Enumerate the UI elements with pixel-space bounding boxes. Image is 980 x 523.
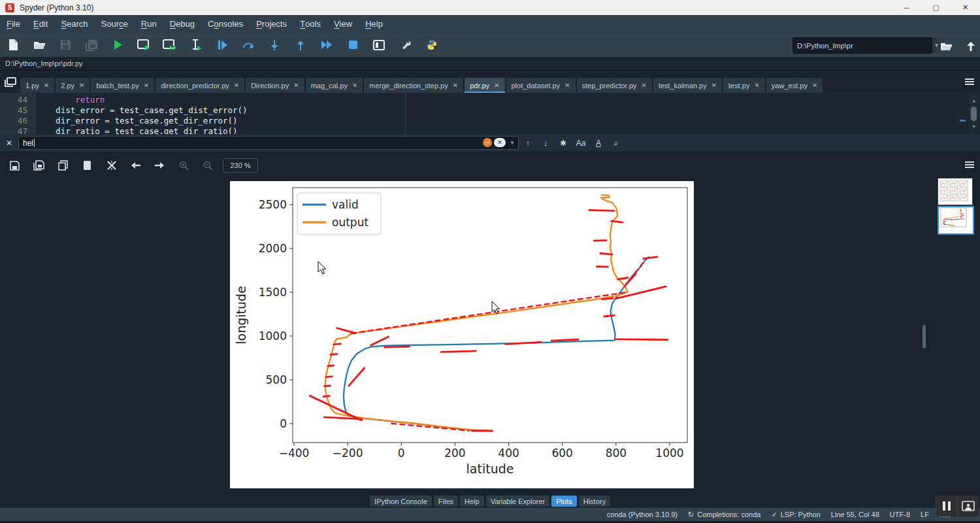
editor-tab-merge_direction_step.py[interactable]: merge_direction_step.py✕ [364,78,463,93]
plot-thumbnail-current[interactable] [938,206,974,235]
menu-item-search[interactable]: Search [54,15,94,33]
debug-continue-button[interactable] [314,35,340,55]
maximize-button[interactable]: ▢ [921,0,951,15]
copy-plot-button[interactable] [51,157,75,174]
zoom-in-button[interactable] [172,157,196,174]
whole-words-icon[interactable]: A [590,139,607,148]
menu-item-file[interactable]: File [0,15,27,33]
highlight-matches-icon[interactable]: ✱ [555,139,572,148]
zoom-level-display[interactable]: 230 % [223,158,258,173]
pane-tab-history[interactable]: History [579,496,610,507]
menu-item-projects[interactable]: Projects [250,15,293,33]
minimize-button[interactable]: ─ [892,0,921,15]
editor-scrollbar[interactable]: ▲ ▼ [969,94,979,133]
menu-item-edit[interactable]: Edit [27,15,54,33]
new-file-button[interactable] [0,35,26,55]
save-plot-button[interactable] [3,157,27,174]
stop-button[interactable] [340,35,366,55]
tab-close-icon[interactable]: ✕ [79,82,84,89]
menu-item-tools[interactable]: Tools [293,15,327,33]
remove-all-plots-button[interactable] [99,157,123,174]
run-cell-button[interactable] [131,35,157,55]
scroll-up-icon[interactable]: ▲ [972,95,975,106]
search-options-icon[interactable]: ⌕ [608,138,625,148]
editor-tab-yaw_est.py[interactable]: yaw_est.py✕ [766,78,823,93]
zoom-out-button[interactable] [196,157,220,174]
clear-search-icon[interactable]: ✕ [494,138,506,147]
lsp-status[interactable]: ✓LSP: Python [771,511,820,519]
tab-close-icon[interactable]: ✕ [812,82,817,89]
pane-tab-help[interactable]: Help [460,496,484,507]
browse-directory-button[interactable] [933,37,959,56]
preferences-button[interactable] [392,35,418,55]
debug-step-over-button[interactable] [235,35,261,55]
tab-close-icon[interactable]: ✕ [234,82,239,89]
tab-close-icon[interactable]: ✕ [564,82,570,89]
tab-close-icon[interactable]: ✕ [754,82,759,89]
run-button[interactable] [105,35,131,55]
scroll-down-icon[interactable]: ▼ [972,122,975,132]
close-button[interactable]: ✕ [951,0,980,15]
run-cell-advance-button[interactable] [157,35,183,55]
tab-close-icon[interactable]: ✕ [641,82,646,89]
editor-tab-test.py[interactable]: test.py✕ [723,78,765,93]
completions-status[interactable]: ↻Completions: conda [688,511,760,519]
tab-close-icon[interactable]: ✕ [711,82,717,89]
tab-close-icon[interactable]: ✕ [293,82,299,89]
debug-step-return-button[interactable] [287,35,314,55]
tab-close-icon[interactable]: ✕ [44,82,49,89]
parent-directory-button[interactable] [958,37,980,56]
working-directory-combobox[interactable]: D:\Python_Imp\pr ▼ [792,37,932,54]
presenter-icon[interactable] [957,496,979,516]
find-input[interactable]: hel − ✕ ▼ [18,136,519,150]
pane-tab-variable-explorer[interactable]: Variable Explorer [486,496,550,507]
editor-options-menu-icon[interactable] [964,76,975,88]
menu-item-run[interactable]: Run [135,15,163,33]
tab-close-icon[interactable]: ✕ [494,82,499,89]
plots-pane-scrollbar[interactable] [923,325,926,348]
find-previous-icon[interactable]: ↑ [519,138,536,148]
editor-tab-2.py[interactable]: 2.py✕ [56,78,90,93]
pane-tab-ipython-console[interactable]: IPython Console [370,496,432,507]
chevron-down-icon[interactable]: ▼ [509,140,515,146]
code-editor[interactable]: 44454647 return dist_error = test_case.g… [0,93,980,134]
open-file-button[interactable] [26,35,52,55]
previous-plot-button[interactable] [123,157,148,174]
editor-tab-1.py[interactable]: 1.py✕ [20,78,54,93]
tab-close-icon[interactable]: ✕ [352,82,357,89]
editor-tab-batch_test.py[interactable]: batch_test.py✕ [91,78,154,93]
next-plot-button[interactable] [148,157,172,174]
debug-file-button[interactable] [209,35,235,55]
menu-item-view[interactable]: View [327,15,359,33]
menu-item-help[interactable]: Help [359,15,389,33]
pane-tab-plots[interactable]: Plots [551,496,576,507]
editor-tab-plot_dataset.py[interactable]: plot_dataset.py✕ [506,78,576,93]
python-env-icon[interactable] [418,35,444,55]
editor-tab-Direction.py[interactable]: Direction.py✕ [246,78,304,93]
save-button[interactable] [52,35,78,55]
menu-item-consoles[interactable]: Consoles [201,15,250,33]
scrollbar-thumb[interactable] [971,107,977,121]
pause-icon[interactable] [936,496,957,516]
editor-tab-step_predictor.py[interactable]: step_predictor.py✕ [577,78,652,93]
close-find-icon[interactable]: ✕ [0,139,18,148]
remove-plot-button[interactable] [75,157,99,174]
editor-tab-test_kalman.py[interactable]: test_kalman.py✕ [653,78,722,93]
editor-tab-direction_predictor.py[interactable]: direction_predictor.py✕ [155,78,244,93]
save-all-button[interactable] [78,35,105,55]
env-status[interactable]: conda (Python 3.10.9) [607,511,678,518]
editor-tab-pdr.py[interactable]: pdr.py✕ [465,78,504,93]
maximize-pane-button[interactable] [366,35,392,55]
match-case-icon[interactable]: Aa [572,139,589,148]
tab-close-icon[interactable]: ✕ [453,82,458,89]
debug-step-into-button[interactable] [261,35,287,55]
save-all-plots-button[interactable] [27,157,51,174]
menu-item-source[interactable]: Source [95,15,135,33]
plot-thumbnail-grid[interactable] [938,178,973,205]
plots-options-menu-icon[interactable] [964,160,975,171]
find-next-icon[interactable]: ↓ [537,138,554,148]
tab-close-icon[interactable]: ✕ [144,82,149,89]
browse-tabs-button[interactable] [5,77,16,90]
menu-item-debug[interactable]: Debug [163,15,201,33]
pane-tab-files[interactable]: Files [434,496,458,507]
